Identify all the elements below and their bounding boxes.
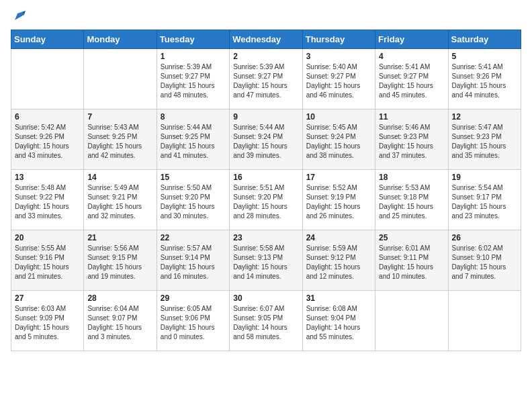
day-info: Sunrise: 5:53 AMSunset: 9:18 PMDaylight:…: [379, 183, 444, 221]
day-info: Sunrise: 6:01 AMSunset: 9:11 PMDaylight:…: [379, 244, 444, 281]
weekday-header-saturday: Saturday: [448, 30, 521, 49]
day-info: Sunrise: 5:41 AMSunset: 9:26 PMDaylight:…: [452, 62, 517, 100]
calendar-cell: 25Sunrise: 6:01 AMSunset: 9:11 PMDayligh…: [375, 230, 448, 291]
day-number: 9: [233, 112, 298, 122]
calendar-cell: 8Sunrise: 5:44 AMSunset: 9:25 PMDaylight…: [157, 109, 229, 170]
calendar-cell: 23Sunrise: 5:58 AMSunset: 9:13 PMDayligh…: [230, 230, 302, 291]
day-info: Sunrise: 6:04 AMSunset: 9:07 PMDaylight:…: [87, 304, 152, 342]
day-info: Sunrise: 5:57 AMSunset: 9:14 PMDaylight:…: [161, 244, 226, 281]
day-number: 30: [233, 293, 298, 303]
day-info: Sunrise: 5:43 AMSunset: 9:25 PMDaylight:…: [87, 123, 152, 161]
calendar-table: SundayMondayTuesdayWednesdayThursdayFrid…: [11, 30, 521, 351]
calendar-cell: 5Sunrise: 5:41 AMSunset: 9:26 PMDaylight…: [448, 49, 521, 109]
day-number: 19: [452, 173, 517, 182]
calendar-cell: 2Sunrise: 5:39 AMSunset: 9:27 PMDaylight…: [230, 49, 302, 109]
day-number: 5: [452, 52, 517, 61]
day-number: 28: [87, 293, 152, 303]
day-info: Sunrise: 5:44 AMSunset: 9:25 PMDaylight:…: [161, 123, 226, 161]
day-number: 31: [306, 293, 371, 303]
weekday-header-tuesday: Tuesday: [157, 30, 229, 49]
calendar-cell: 31Sunrise: 6:08 AMSunset: 9:04 PMDayligh…: [302, 291, 375, 351]
calendar-cell: 14Sunrise: 5:49 AMSunset: 9:21 PMDayligh…: [84, 170, 157, 230]
calendar-cell: 16Sunrise: 5:51 AMSunset: 9:20 PMDayligh…: [230, 170, 302, 230]
weekday-header-monday: Monday: [84, 30, 157, 49]
day-info: Sunrise: 5:48 AMSunset: 9:22 PMDaylight:…: [15, 183, 80, 221]
day-info: Sunrise: 5:47 AMSunset: 9:23 PMDaylight:…: [452, 123, 517, 161]
weekday-header-wednesday: Wednesday: [230, 30, 302, 49]
calendar-cell: 12Sunrise: 5:47 AMSunset: 9:23 PMDayligh…: [448, 109, 521, 170]
day-number: 11: [379, 112, 444, 122]
day-info: Sunrise: 5:50 AMSunset: 9:20 PMDaylight:…: [161, 183, 226, 221]
day-number: 3: [306, 52, 371, 61]
day-info: Sunrise: 6:08 AMSunset: 9:04 PMDaylight:…: [306, 304, 371, 342]
day-info: Sunrise: 5:39 AMSunset: 9:27 PMDaylight:…: [233, 62, 298, 100]
day-info: Sunrise: 5:51 AMSunset: 9:20 PMDaylight:…: [233, 183, 298, 221]
day-info: Sunrise: 5:56 AMSunset: 9:15 PMDaylight:…: [87, 244, 152, 281]
calendar-cell: 6Sunrise: 5:42 AMSunset: 9:26 PMDaylight…: [11, 109, 84, 170]
day-info: Sunrise: 6:05 AMSunset: 9:06 PMDaylight:…: [161, 304, 226, 342]
calendar-cell: 30Sunrise: 6:07 AMSunset: 9:05 PMDayligh…: [230, 291, 302, 351]
calendar-cell: 10Sunrise: 5:45 AMSunset: 9:24 PMDayligh…: [302, 109, 375, 170]
calendar-cell: 11Sunrise: 5:46 AMSunset: 9:23 PMDayligh…: [375, 109, 448, 170]
day-info: Sunrise: 5:41 AMSunset: 9:27 PMDaylight:…: [379, 62, 444, 100]
day-number: 16: [233, 173, 298, 182]
day-number: 13: [15, 173, 80, 182]
logo-icon: [12, 8, 27, 23]
calendar-cell: 27Sunrise: 6:03 AMSunset: 9:09 PMDayligh…: [11, 291, 84, 351]
day-number: 6: [15, 112, 80, 122]
day-info: Sunrise: 5:40 AMSunset: 9:27 PMDaylight:…: [306, 62, 371, 100]
calendar-cell: [375, 291, 448, 351]
calendar-cell: 9Sunrise: 5:44 AMSunset: 9:24 PMDaylight…: [230, 109, 302, 170]
calendar-cell: 15Sunrise: 5:50 AMSunset: 9:20 PMDayligh…: [157, 170, 229, 230]
day-number: 17: [306, 173, 371, 182]
calendar-cell: 18Sunrise: 5:53 AMSunset: 9:18 PMDayligh…: [375, 170, 448, 230]
day-info: Sunrise: 6:03 AMSunset: 9:09 PMDaylight:…: [15, 304, 80, 342]
day-info: Sunrise: 6:07 AMSunset: 9:05 PMDaylight:…: [233, 304, 298, 342]
day-info: Sunrise: 5:46 AMSunset: 9:23 PMDaylight:…: [379, 123, 444, 161]
day-number: 12: [452, 112, 517, 122]
day-info: Sunrise: 5:58 AMSunset: 9:13 PMDaylight:…: [233, 244, 298, 281]
calendar-cell: 13Sunrise: 5:48 AMSunset: 9:22 PMDayligh…: [11, 170, 84, 230]
logo: [11, 11, 27, 23]
day-number: 1: [161, 52, 226, 61]
calendar-cell: 24Sunrise: 5:59 AMSunset: 9:12 PMDayligh…: [302, 230, 375, 291]
day-number: 27: [15, 293, 80, 303]
day-info: Sunrise: 5:52 AMSunset: 9:19 PMDaylight:…: [306, 183, 371, 221]
day-number: 14: [87, 173, 152, 182]
calendar-cell: 19Sunrise: 5:54 AMSunset: 9:17 PMDayligh…: [448, 170, 521, 230]
calendar-cell: 4Sunrise: 5:41 AMSunset: 9:27 PMDaylight…: [375, 49, 448, 109]
day-number: 23: [233, 233, 298, 242]
day-number: 15: [161, 173, 226, 182]
day-number: 25: [379, 233, 444, 242]
calendar-cell: [448, 291, 521, 351]
weekday-header-friday: Friday: [375, 30, 448, 49]
day-info: Sunrise: 5:49 AMSunset: 9:21 PMDaylight:…: [87, 183, 152, 221]
day-info: Sunrise: 5:39 AMSunset: 9:27 PMDaylight:…: [161, 62, 226, 100]
day-number: 29: [161, 293, 226, 303]
day-info: Sunrise: 5:54 AMSunset: 9:17 PMDaylight:…: [452, 183, 517, 221]
calendar-cell: [11, 49, 84, 109]
day-number: 22: [161, 233, 226, 242]
day-number: 4: [379, 52, 444, 61]
day-number: 18: [379, 173, 444, 182]
calendar-cell: 17Sunrise: 5:52 AMSunset: 9:19 PMDayligh…: [302, 170, 375, 230]
weekday-header-sunday: Sunday: [11, 30, 84, 49]
day-info: Sunrise: 5:55 AMSunset: 9:16 PMDaylight:…: [15, 244, 80, 281]
calendar-cell: 26Sunrise: 6:02 AMSunset: 9:10 PMDayligh…: [448, 230, 521, 291]
day-info: Sunrise: 6:02 AMSunset: 9:10 PMDaylight:…: [452, 244, 517, 281]
weekday-header-thursday: Thursday: [302, 30, 375, 49]
day-number: 26: [452, 233, 517, 242]
calendar-cell: 7Sunrise: 5:43 AMSunset: 9:25 PMDaylight…: [84, 109, 157, 170]
calendar-cell: 1Sunrise: 5:39 AMSunset: 9:27 PMDaylight…: [157, 49, 229, 109]
calendar-cell: 3Sunrise: 5:40 AMSunset: 9:27 PMDaylight…: [302, 49, 375, 109]
calendar-cell: 28Sunrise: 6:04 AMSunset: 9:07 PMDayligh…: [84, 291, 157, 351]
day-number: 20: [15, 233, 80, 242]
day-info: Sunrise: 5:44 AMSunset: 9:24 PMDaylight:…: [233, 123, 298, 161]
day-number: 10: [306, 112, 371, 122]
day-number: 21: [87, 233, 152, 242]
calendar-cell: 21Sunrise: 5:56 AMSunset: 9:15 PMDayligh…: [84, 230, 157, 291]
day-info: Sunrise: 5:45 AMSunset: 9:24 PMDaylight:…: [306, 123, 371, 161]
day-info: Sunrise: 5:42 AMSunset: 9:26 PMDaylight:…: [15, 123, 80, 161]
day-number: 7: [87, 112, 152, 122]
calendar-cell: 29Sunrise: 6:05 AMSunset: 9:06 PMDayligh…: [157, 291, 229, 351]
